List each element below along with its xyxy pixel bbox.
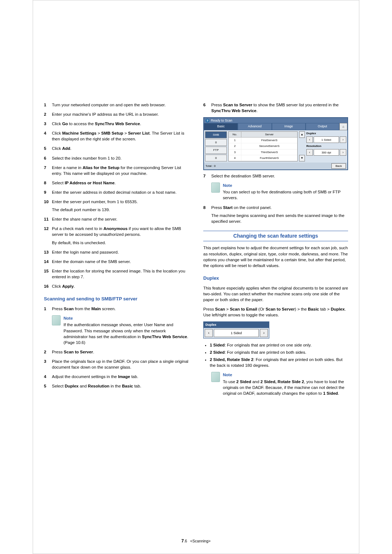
tab-basic[interactable]: Basic <box>204 123 238 130</box>
duplex-control: Duplex ‹ 1 Sided › <box>203 321 269 338</box>
list-item: 2 Sided: For originals that are printed … <box>210 349 348 355</box>
step-item: 16Click Apply. <box>44 283 189 289</box>
scroll-up-icon[interactable]: ▲ <box>299 131 305 138</box>
resolution-label: Resolution <box>306 144 346 148</box>
step-item: 8Select IP Address or Host Name. <box>44 180 189 186</box>
step-item: 1Press Scan from the Main screen. <box>44 306 189 312</box>
step-body: Select the destination SMB server. <box>211 173 348 179</box>
duplex-heading: Duplex <box>203 275 348 282</box>
back-button[interactable]: Back <box>331 163 346 169</box>
step-body: Select the index number from 1 to 20. <box>52 155 189 161</box>
step-number: 4 <box>44 374 52 379</box>
step-number: 2 <box>44 111 52 117</box>
resolution-value: 300 dpi <box>314 149 339 156</box>
resolution-prev-button[interactable]: ‹ <box>306 149 313 156</box>
step-number: 6 <box>203 102 211 114</box>
cell-no: 3 <box>229 149 241 155</box>
note-duplex-dadf: Note To use 2 Sided and 2 Sided, Rotate … <box>211 372 348 396</box>
scan-send-steps-5: 8Press Start on the control panel.The ma… <box>203 205 348 224</box>
step-number: 8 <box>44 180 52 186</box>
step-body: Enter the location for storing the scann… <box>52 268 189 280</box>
ui-titlebar: ? Ready to Scan <box>204 118 347 123</box>
step-item: 5Click Add. <box>44 145 189 151</box>
step-body: Enter the share name of the server. <box>52 216 189 222</box>
step-number: 11 <box>44 216 52 222</box>
step-number: 2 <box>44 349 52 355</box>
step-body: Click Add. <box>52 145 189 151</box>
cell-server: SecondServerS <box>241 143 297 149</box>
scroll-down-icon[interactable]: ▼ <box>299 155 305 161</box>
step-number: 9 <box>44 189 52 195</box>
scrollbar[interactable]: ▲ ▼ <box>299 131 305 161</box>
step-item: 1Turn your networked computer on and ope… <box>44 102 189 108</box>
cell-no: 1 <box>229 138 241 143</box>
step-body: Press Scan to Server to show the SMB ser… <box>211 102 348 114</box>
help-icon[interactable]: ? <box>205 119 209 123</box>
left-tab-smb[interactable]: SMB <box>205 131 227 138</box>
left-tab-smb-count: 0 <box>205 139 227 146</box>
right-column: 6Press Scan to Server to show the SMB se… <box>203 102 348 400</box>
resolution-next-button[interactable]: › <box>340 149 346 156</box>
note-title: Note <box>223 372 348 378</box>
duplex-para2: Press Scan > Scan to Email (Or Scan to S… <box>203 306 348 318</box>
step-body: Enter the server address in dotted decim… <box>52 189 189 195</box>
list-item: 2 Sided, Rotate Side 2: For originals th… <box>210 357 348 368</box>
scan-to-server-ui: ? Ready to Scan Basic Advanced Image Out… <box>203 117 348 170</box>
step-item: 8Press Start on the control panel.The ma… <box>203 205 348 224</box>
step-body: Click Go to access the SyncThru Web Serv… <box>52 121 189 127</box>
scan-send-steps-1: 1Press Scan from the Main screen. <box>44 306 189 312</box>
step-number: 13 <box>44 249 52 255</box>
page-footer: 7.6 <Scanning> <box>33 538 359 544</box>
step-body: Select Duplex and Resolution in the Basi… <box>52 383 189 389</box>
step-body: Press Scan from the Main screen. <box>52 306 189 312</box>
duplex-value: 1 Sided <box>314 136 339 143</box>
list-item: 1 Sided: For originals that are printed … <box>210 342 348 348</box>
step-item: 7Select the destination SMB server. <box>203 173 348 179</box>
register-server-steps: 1Turn your networked computer on and ope… <box>44 102 189 289</box>
note-icon <box>211 182 220 193</box>
tab-image[interactable]: Image <box>272 123 306 130</box>
step-item: 4Click Machine Settings > SMB Setup > Se… <box>44 130 189 142</box>
step-item: 10Enter the server port number, from 1 t… <box>44 199 189 213</box>
note-icon <box>52 315 61 325</box>
cell-no: 4 <box>229 155 241 161</box>
ui-tabs: Basic Advanced Image Output ⌂ <box>204 123 347 130</box>
tab-advanced[interactable]: Advanced <box>238 123 271 130</box>
step-body: Adjust the document settings in the Imag… <box>52 374 189 379</box>
note-title: Note <box>223 182 348 188</box>
duplex-prev-button[interactable]: ‹ <box>306 136 313 143</box>
step-item: 12Put a check mark next to in Anonymous … <box>44 226 189 245</box>
duplex-next-button[interactable]: › <box>340 136 346 143</box>
change-settings-intro: This part explains how to adjust the doc… <box>203 245 348 268</box>
step-number: 4 <box>44 130 52 142</box>
duplex-para1: This feature especially applies when the… <box>203 285 348 303</box>
step-number: 7 <box>44 165 52 176</box>
step-item: 14Enter the domain name of the SMB serve… <box>44 259 189 264</box>
step-number: 5 <box>44 383 52 389</box>
step-item: 3Place the originals face up in the DADF… <box>44 358 189 370</box>
cell-server: FirstServerS <box>241 138 297 143</box>
scan-send-steps-3: 6Press Scan to Server to show the SMB se… <box>203 102 348 114</box>
duplex-widget-prev-button[interactable]: ‹ <box>205 329 213 337</box>
step-item: 15Enter the location for storing the sca… <box>44 268 189 280</box>
ui-title: Ready to Scan <box>211 118 232 123</box>
step-item: 6Select the index number from 1 to 20. <box>44 155 189 161</box>
table-row[interactable]: 2SecondServerS <box>229 143 297 149</box>
step-body: Press Scan to Server. <box>52 349 189 355</box>
step-item: 4Adjust the document settings in the Ima… <box>44 374 189 379</box>
table-row[interactable]: 3ThirdServerS <box>229 149 297 155</box>
step-body: Enter a name in Alias for the Setup for … <box>52 165 189 176</box>
step-body: Select IP Address or Host Name. <box>52 180 189 186</box>
step-body: Click Machine Settings > SMB Setup > Ser… <box>52 130 189 142</box>
table-row[interactable]: 4FourthServerS <box>229 155 297 161</box>
heading-changing-scan-settings: Changing the scan feature settings <box>203 231 348 242</box>
duplex-label: Duplex <box>306 131 346 135</box>
left-tab-ftp[interactable]: FTP <box>205 147 227 153</box>
step-number: 5 <box>44 145 52 151</box>
table-row[interactable]: 1FirstServerS <box>229 138 297 143</box>
home-icon[interactable]: ⌂ <box>339 123 347 130</box>
step-number: 10 <box>44 199 52 213</box>
tab-output[interactable]: Output <box>306 123 339 130</box>
step-body: Enter the login name and password. <box>52 249 189 255</box>
duplex-widget-next-button[interactable]: › <box>260 329 268 337</box>
